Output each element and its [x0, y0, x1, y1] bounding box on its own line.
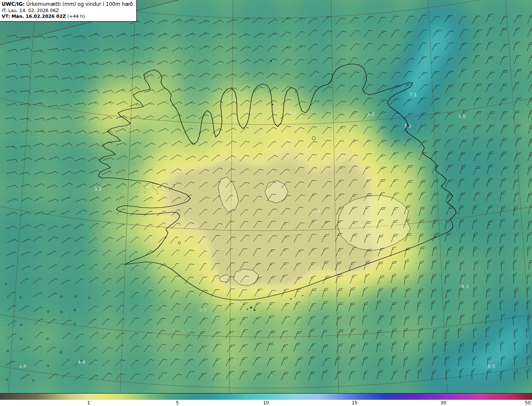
colorbar-ticks: 1510153050 [0, 400, 532, 406]
colorbar-tick-label: 5 [176, 400, 179, 406]
colorbar-gradient [0, 393, 532, 400]
valid-time: VT: Mán. 16.02.2026 02Z (+44 h) [2, 14, 133, 20]
colorbar: 1510153050 [0, 393, 532, 406]
colorbar-tick-label: 1 [87, 400, 90, 406]
colorbar-tick-label: 10 [263, 400, 269, 406]
colorbar-tick-label: 30 [441, 400, 446, 406]
colorbar-tick-label: 15 [352, 400, 357, 406]
title-box: UWC/IG: Úrkomumætti (mm) og vindur í 100… [0, 0, 137, 22]
colorbar-tick-label: 50 [525, 400, 532, 406]
map-title: UWC/IG: Úrkomumætti (mm) og vindur í 100… [2, 1, 133, 8]
model-name: UWC/IG: [2, 1, 25, 7]
init-time: IT: Lau. 14. 02. 2026 06Z [2, 8, 133, 14]
valid-offset: (+44 h) [66, 14, 85, 19]
weather-map-product: 5.35.43.27.13.33.02.13.20.94.34.74.44.48… [0, 0, 532, 406]
valid-time-bold: VT: Mán. 16.02.2026 02Z [2, 14, 66, 19]
precip-wind-map-canvas [0, 0, 532, 393]
title-text: Úrkomumætti (mm) og vindur í 100m hæð [25, 1, 133, 7]
